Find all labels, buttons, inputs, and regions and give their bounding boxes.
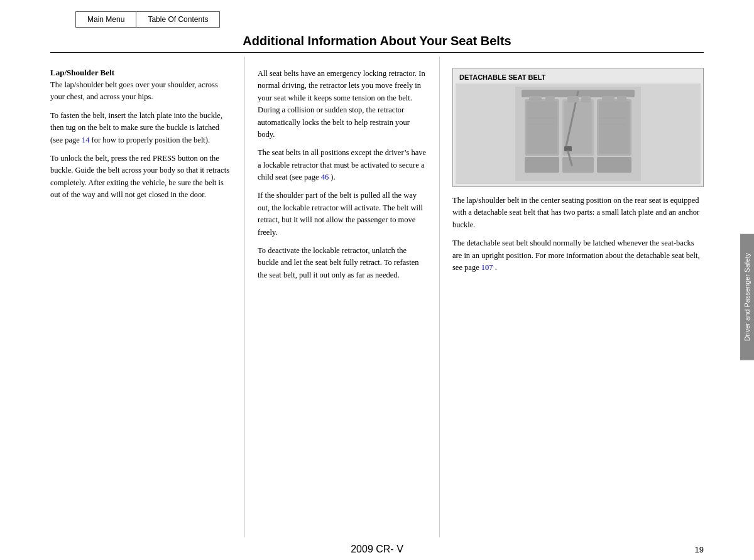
middle-para2-prefix: The seat belts in all positions except t…	[258, 148, 426, 181]
page-wrapper: Main Menu Table Of Contents Additional I…	[0, 0, 754, 560]
middle-para2: The seat belts in all positions except t…	[258, 147, 427, 183]
car-model: 2009 CR- V	[351, 544, 403, 555]
title-underline	[50, 52, 704, 53]
svg-rect-18	[529, 96, 542, 102]
top-nav: Main Menu Table Of Contents	[0, 0, 754, 28]
svg-rect-20	[567, 96, 579, 102]
right-para1: The lap/shoulder belt in the center seat…	[452, 195, 704, 231]
middle-para1: All seat belts have an emergency locking…	[258, 68, 427, 141]
middle-para3: If the shoulder part of the belt is pull…	[258, 190, 427, 239]
page-title: Additional Information About Your Seat B…	[50, 34, 704, 48]
content-area: Lap/Shoulder Belt The lap/shoulder belt …	[0, 57, 754, 537]
middle-para2-link[interactable]: 46	[321, 173, 329, 181]
seat-illustration	[456, 83, 701, 184]
right-para2-link[interactable]: 107	[481, 263, 493, 272]
right-para2-suffix: .	[493, 263, 497, 272]
toc-button[interactable]: Table Of Contents	[136, 11, 220, 28]
svg-rect-19	[545, 96, 555, 102]
lap-shoulder-para2: To fasten the belt, insert the latch pla…	[50, 110, 232, 146]
col-right: DETACHABLE SEAT BELT	[440, 57, 704, 537]
seat-belt-svg	[515, 87, 641, 181]
svg-rect-9	[562, 157, 594, 173]
para2-suffix: for how to properly position the belt).	[89, 136, 210, 144]
col-middle: All seat belts have an emergency locking…	[245, 57, 440, 537]
middle-para4: To deactivate the lockable retractor, un…	[258, 245, 427, 281]
lap-shoulder-heading: Lap/Shoulder Belt	[50, 68, 232, 78]
page-title-section: Additional Information About Your Seat B…	[0, 28, 754, 57]
page-footer: 2009 CR- V 19	[0, 537, 754, 560]
svg-rect-3	[527, 101, 557, 154]
svg-rect-8	[525, 157, 559, 173]
side-tab: Driver and Passenger Safety	[740, 234, 754, 360]
lap-shoulder-para3: To unlock the belt, press the red PRESS …	[50, 153, 232, 202]
svg-rect-23	[617, 96, 626, 102]
svg-rect-10	[597, 157, 631, 173]
svg-rect-21	[581, 96, 591, 102]
col-left: Lap/Shoulder Belt The lap/shoulder belt …	[50, 57, 245, 537]
page-number: 19	[695, 545, 704, 554]
side-tab-text: Driver and Passenger Safety	[743, 253, 751, 342]
right-para2: The detachable seat belt should normally…	[452, 237, 704, 274]
para2-link[interactable]: 14	[82, 136, 90, 144]
svg-rect-7	[599, 101, 630, 154]
image-label: DETACHABLE SEAT BELT	[456, 71, 701, 83]
main-menu-button[interactable]: Main Menu	[75, 11, 136, 28]
middle-para2-suffix: ).	[329, 173, 335, 181]
detachable-seat-belt-box: DETACHABLE SEAT BELT	[452, 68, 704, 187]
lap-shoulder-para1: The lap/shoulder belt goes over your sho…	[50, 79, 232, 104]
svg-rect-5	[564, 101, 592, 154]
svg-rect-22	[602, 96, 615, 102]
